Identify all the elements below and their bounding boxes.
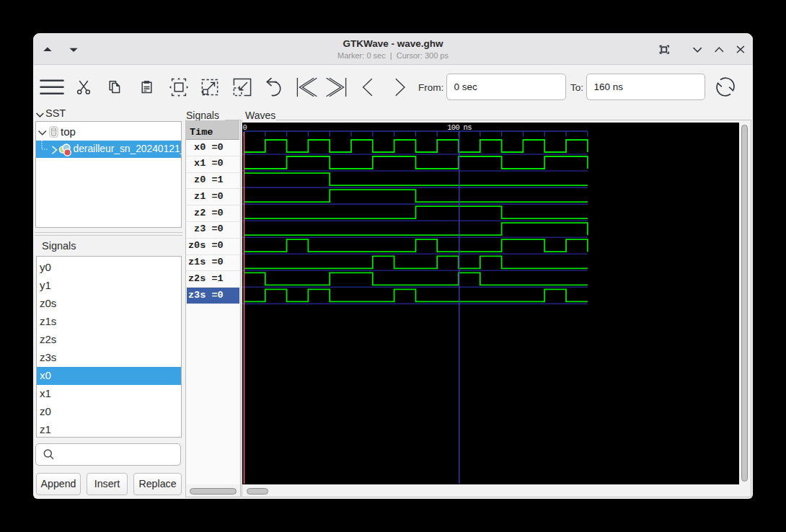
svg-text:100 ns: 100 ns (447, 123, 472, 132)
svg-text:0: 0 (243, 123, 247, 132)
